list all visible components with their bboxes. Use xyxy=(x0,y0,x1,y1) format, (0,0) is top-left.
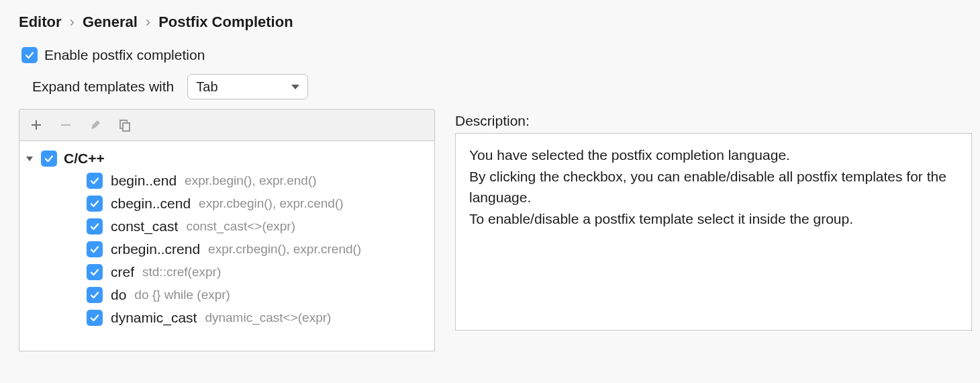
template-checkbox[interactable] xyxy=(87,264,103,280)
copy-icon xyxy=(118,118,132,132)
chevron-down-icon xyxy=(26,157,33,161)
description-label: Description: xyxy=(455,113,972,129)
expand-templates-row: Expand templates with Tab xyxy=(19,74,961,99)
description-box: You have selected the postfix completion… xyxy=(455,133,972,331)
template-checkbox[interactable] xyxy=(87,196,103,212)
template-hint: expr.begin(), expr.end() xyxy=(185,173,316,188)
template-checkbox[interactable] xyxy=(87,287,103,303)
enable-postfix-checkbox[interactable] xyxy=(21,47,38,63)
template-row[interactable]: dodo {} while (expr) xyxy=(19,284,434,306)
plus-icon xyxy=(30,119,42,131)
duplicate-button[interactable] xyxy=(117,118,132,132)
svg-rect-1 xyxy=(123,123,130,131)
chevron-down-icon xyxy=(291,85,299,89)
template-name: cbegin..cend xyxy=(111,196,191,212)
checkmark-icon xyxy=(89,221,100,232)
template-checkbox[interactable] xyxy=(87,218,103,235)
edit-button[interactable] xyxy=(88,118,103,132)
checkmark-icon xyxy=(89,290,100,300)
template-name: cref xyxy=(111,264,134,280)
template-row[interactable]: crbegin..crendexpr.crbegin(), expr.crend… xyxy=(19,238,434,261)
templates-tree[interactable]: C/C++ begin..endexpr.begin(), expr.end()… xyxy=(19,141,435,351)
template-row[interactable]: crefstd::cref(expr) xyxy=(19,261,434,284)
template-hint: expr.cbegin(), expr.cend() xyxy=(199,196,343,211)
template-checkbox[interactable] xyxy=(87,173,103,189)
template-name: begin..end xyxy=(111,173,177,189)
checkmark-icon xyxy=(24,50,35,60)
enable-postfix-label: Enable postfix completion xyxy=(44,47,205,63)
breadcrumb: Editor › General › Postfix Completion xyxy=(19,13,961,31)
template-hint: const_cast<>(expr) xyxy=(186,219,295,234)
checkmark-icon xyxy=(89,267,100,278)
chevron-right-icon: › xyxy=(146,13,150,31)
template-name: const_cast xyxy=(111,218,178,235)
template-row[interactable]: dynamic_castdynamic_cast<>(expr) xyxy=(19,306,434,329)
checkmark-icon xyxy=(89,244,100,255)
template-name: do xyxy=(111,287,126,303)
template-checkbox[interactable] xyxy=(87,241,103,257)
checkmark-icon xyxy=(89,175,100,186)
breadcrumb-item-general[interactable]: General xyxy=(83,13,138,31)
expand-templates-value: Tab xyxy=(196,79,217,95)
pencil-icon xyxy=(89,119,101,131)
expand-templates-select[interactable]: Tab xyxy=(187,74,308,99)
template-checkbox[interactable] xyxy=(87,310,103,326)
remove-button[interactable] xyxy=(58,118,73,132)
template-hint: expr.crbegin(), expr.crend() xyxy=(208,242,361,257)
template-name: crbegin..crend xyxy=(111,241,200,257)
group-row-cpp[interactable]: C/C++ xyxy=(19,148,434,169)
chevron-right-icon: › xyxy=(70,13,75,31)
minus-icon xyxy=(60,119,72,131)
breadcrumb-item-current: Postfix Completion xyxy=(158,13,293,31)
templates-toolbar xyxy=(19,109,435,141)
template-hint: std::cref(expr) xyxy=(142,265,221,280)
breadcrumb-item-editor[interactable]: Editor xyxy=(19,13,62,31)
checkmark-icon xyxy=(89,198,100,209)
expand-templates-label: Expand templates with xyxy=(32,79,174,95)
template-hint: dynamic_cast<>(expr) xyxy=(205,310,331,325)
template-name: dynamic_cast xyxy=(111,310,197,326)
add-button[interactable] xyxy=(29,118,44,132)
template-row[interactable]: cbegin..cendexpr.cbegin(), expr.cend() xyxy=(19,192,434,215)
enable-postfix-row: Enable postfix completion xyxy=(19,47,961,63)
template-row[interactable]: begin..endexpr.begin(), expr.end() xyxy=(19,169,434,192)
checkmark-icon xyxy=(89,312,100,323)
template-hint: do {} while (expr) xyxy=(134,288,230,302)
group-checkbox-cpp[interactable] xyxy=(41,151,57,167)
group-label-cpp: C/C++ xyxy=(64,151,105,167)
checkmark-icon xyxy=(44,153,54,164)
template-row[interactable]: const_castconst_cast<>(expr) xyxy=(19,215,434,238)
